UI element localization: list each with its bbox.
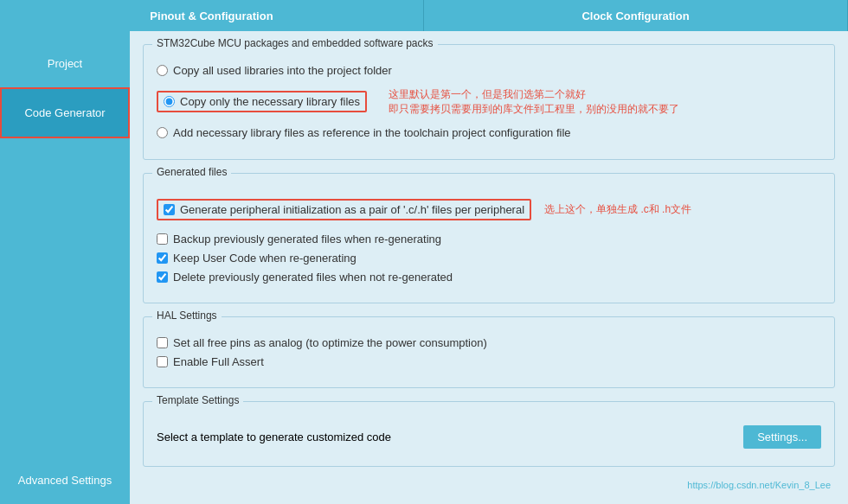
annotation-block-1: 这里默认是第一个，但是我们选第二个就好 即只需要拷贝需要用到的库文件到工程里，别…: [380, 87, 679, 117]
main-layout: Project Code Generator Advanced Settings…: [0, 31, 848, 504]
content-area: STM32Cube MCU packages and embedded soft…: [130, 31, 848, 504]
checkbox-peripheral[interactable]: Generate peripheral initialization as a …: [157, 199, 531, 220]
stm32cube-options: Copy all used libraries into the project…: [157, 64, 821, 139]
checkbox-full-assert[interactable]: Enable Full Assert: [157, 355, 821, 368]
checkbox-backup-input[interactable]: [157, 233, 168, 245]
checkbox-peripheral-row: Generate peripheral initialization as a …: [157, 193, 821, 226]
checkbox-backup-label: Backup previously generated files when r…: [173, 233, 441, 246]
stm32cube-section: STM32Cube MCU packages and embedded soft…: [143, 44, 835, 160]
template-title: Template Settings: [152, 394, 243, 406]
tab-pinout[interactable]: Pinout & Configuration: [0, 0, 424, 31]
watermark: https://blog.csdn.net/Kevin_8_Lee: [143, 480, 835, 490]
checkbox-keep-user[interactable]: Keep User Code when re-generating: [157, 252, 821, 265]
annotation-text-1: 这里默认是第一个，但是我们选第二个就好: [389, 87, 679, 102]
radio-copy-all-label: Copy all used libraries into the project…: [173, 64, 392, 77]
radio-add-reference-label: Add necessary library files as reference…: [173, 126, 571, 139]
radio-copy-all[interactable]: Copy all used libraries into the project…: [157, 64, 821, 77]
checkbox-full-assert-label: Enable Full Assert: [173, 355, 264, 368]
radio-copy-all-input[interactable]: [157, 65, 168, 76]
checkbox-peripheral-label: Generate peripheral initialization as a …: [180, 203, 524, 216]
checkbox-peripheral-input[interactable]: [164, 204, 175, 215]
radio-add-reference-input[interactable]: [157, 127, 168, 138]
sidebar-item-advanced[interactable]: Advanced Settings: [0, 456, 130, 504]
annotation-text-2: 即只需要拷贝需要用到的库文件到工程里，别的没用的就不要了: [389, 102, 679, 117]
top-tabs: Pinout & Configuration Clock Configurati…: [0, 0, 848, 31]
checkbox-delete-prev[interactable]: Delete previously generated files when n…: [157, 271, 821, 284]
checkbox-backup[interactable]: Backup previously generated files when r…: [157, 233, 821, 246]
checkbox-delete-prev-label: Delete previously generated files when n…: [173, 271, 453, 284]
checkbox-analog-label: Set all free pins as analog (to optimize…: [173, 336, 487, 349]
template-description: Select a template to generate customized…: [157, 431, 391, 443]
radio-copy-necessary[interactable]: Copy only the necessary library files: [157, 91, 367, 112]
hal-title: HAL Settings: [152, 309, 222, 322]
checkbox-delete-prev-input[interactable]: [157, 271, 168, 283]
radio-copy-necessary-label: Copy only the necessary library files: [180, 95, 360, 108]
checkbox-keep-user-input[interactable]: [157, 252, 168, 264]
radio-copy-necessary-row: Copy only the necessary library files 这里…: [157, 84, 821, 119]
tab-clock[interactable]: Clock Configuration: [424, 0, 848, 31]
annotation-peripheral: 选上这个，单独生成 .c和 .h文件: [544, 202, 691, 217]
sidebar-item-code-generator[interactable]: Code Generator: [0, 87, 130, 138]
sidebar: Project Code Generator Advanced Settings: [0, 31, 130, 504]
generated-options: Generate peripheral initialization as a …: [157, 193, 821, 284]
radio-add-reference[interactable]: Add necessary library files as reference…: [157, 126, 821, 139]
stm32cube-title: STM32Cube MCU packages and embedded soft…: [152, 37, 438, 49]
checkbox-full-assert-input[interactable]: [157, 356, 168, 367]
settings-button[interactable]: Settings...: [743, 425, 821, 449]
template-row: Select a template to generate customized…: [157, 421, 821, 453]
hal-section: HAL Settings Set all free pins as analog…: [143, 316, 835, 388]
generated-files-section: Generated files Generate peripheral init…: [143, 173, 835, 303]
checkbox-analog[interactable]: Set all free pins as analog (to optimize…: [157, 336, 821, 349]
generated-files-title: Generated files: [152, 166, 231, 178]
template-section: Template Settings Select a template to g…: [143, 401, 835, 467]
radio-copy-necessary-input[interactable]: [164, 96, 175, 107]
template-content: Select a template to generate customized…: [157, 421, 821, 453]
hal-options: Set all free pins as analog (to optimize…: [157, 336, 821, 368]
checkbox-analog-input[interactable]: [157, 337, 168, 348]
checkbox-keep-user-label: Keep User Code when re-generating: [173, 252, 357, 265]
sidebar-item-project[interactable]: Project: [0, 40, 130, 87]
